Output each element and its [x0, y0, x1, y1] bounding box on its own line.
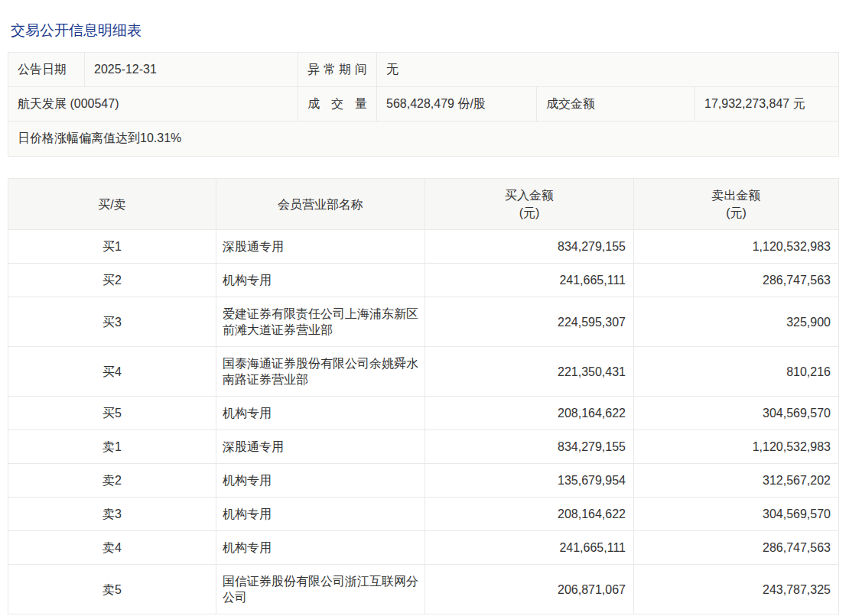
- cell-buy-amount: 241,665,111: [425, 531, 634, 565]
- table-row: 卖5国信证券股份有限公司浙江互联网分公司206,871,067243,787,3…: [8, 565, 839, 614]
- table-body: 买1深股通专用834,279,1551,120,532,983买2机构专用241…: [8, 230, 839, 614]
- turnover-label: 成交金额: [537, 87, 695, 121]
- cell-side: 买2: [8, 264, 216, 297]
- cell-sell-amount: 1,120,532,983: [634, 230, 839, 264]
- cell-side: 卖1: [8, 430, 216, 464]
- abnormal-period-value: 无: [377, 53, 838, 86]
- cell-side: 买3: [8, 297, 216, 347]
- cell-buy-amount: 135,679,954: [425, 464, 634, 498]
- cell-buy-amount: 206,871,067: [425, 565, 634, 614]
- table-row: 卖4机构专用241,665,111286,747,563: [8, 531, 839, 565]
- cell-buy-amount: 834,279,155: [425, 430, 634, 464]
- table-row: 卖1深股通专用834,279,1551,120,532,983: [8, 430, 839, 464]
- cell-sell-amount: 810,216: [634, 347, 839, 397]
- table-row: 买4国泰海通证券股份有限公司余姚舜水南路证券营业部221,350,431810,…: [8, 347, 839, 397]
- col-header-side: 买/卖: [8, 179, 216, 230]
- cell-buy-amount: 221,350,431: [425, 347, 634, 397]
- col-header-sell-line1: 卖出金额: [634, 186, 838, 204]
- cell-buy-amount: 241,665,111: [425, 264, 634, 297]
- page-title: 交易公开信息明细表: [11, 22, 839, 38]
- cell-side: 买4: [8, 347, 216, 397]
- volume-value: 568,428,479 份/股: [377, 87, 537, 121]
- deviation-note: 日价格涨幅偏离值达到10.31%: [8, 122, 838, 156]
- cell-side: 卖4: [8, 531, 216, 565]
- volume-label: 成交量: [298, 87, 377, 121]
- cell-sell-amount: 1,120,532,983: [634, 430, 839, 464]
- cell-branch-name: 深股通专用: [216, 230, 425, 264]
- trade-detail-table: 买/卖 会员营业部名称 买入金额 (元) 卖出金额 (元) 买1深股通专用834…: [8, 178, 839, 614]
- cell-buy-amount: 208,164,622: [425, 498, 634, 531]
- abnormal-period-label: 异常期间: [298, 53, 377, 86]
- summary-panel: 公告日期 2025-12-31 异常期间 无 航天发展 (000547) 成交量…: [8, 52, 839, 157]
- announce-date-label: 公告日期: [8, 53, 85, 86]
- announce-date-value: 2025-12-31: [85, 53, 298, 86]
- cell-side: 买5: [8, 397, 216, 430]
- cell-sell-amount: 243,787,325: [634, 565, 839, 614]
- cell-branch-name: 机构专用: [216, 264, 425, 297]
- cell-side: 卖2: [8, 464, 216, 498]
- turnover-value: 17,932,273,847 元: [695, 87, 838, 121]
- col-header-buy-line2: (元): [425, 204, 633, 222]
- table-header: 买/卖 会员营业部名称 买入金额 (元) 卖出金额 (元): [8, 179, 839, 230]
- cell-sell-amount: 286,747,563: [634, 264, 839, 297]
- col-header-branch: 会员营业部名称: [216, 179, 425, 230]
- cell-branch-name: 机构专用: [216, 531, 425, 565]
- col-header-buy-amount: 买入金额 (元): [425, 179, 634, 230]
- cell-branch-name: 机构专用: [216, 464, 425, 498]
- cell-sell-amount: 286,747,563: [634, 531, 839, 565]
- cell-side: 卖5: [8, 565, 216, 614]
- cell-branch-name: 爱建证券有限责任公司上海浦东新区前滩大道证券营业部: [216, 297, 425, 347]
- cell-branch-name: 机构专用: [216, 397, 425, 430]
- table-row: 买5机构专用208,164,622304,569,570: [8, 397, 839, 430]
- cell-side: 买1: [8, 230, 216, 264]
- cell-sell-amount: 304,569,570: [634, 498, 839, 531]
- cell-branch-name: 国泰海通证券股份有限公司余姚舜水南路证券营业部: [216, 347, 425, 397]
- stock-name: 航天发展 (000547): [8, 87, 298, 121]
- summary-row-stock: 航天发展 (000547) 成交量 568,428,479 份/股 成交金额 1…: [8, 87, 838, 122]
- cell-sell-amount: 304,569,570: [634, 397, 839, 430]
- summary-row-date: 公告日期 2025-12-31 异常期间 无: [8, 53, 838, 87]
- cell-buy-amount: 208,164,622: [425, 397, 634, 430]
- table-row: 卖3机构专用208,164,622304,569,570: [8, 498, 839, 531]
- col-header-sell-amount: 卖出金额 (元): [634, 179, 839, 230]
- table-row: 买1深股通专用834,279,1551,120,532,983: [8, 230, 839, 264]
- table-row: 卖2机构专用135,679,954312,567,202: [8, 464, 839, 498]
- cell-side: 卖3: [8, 498, 216, 531]
- cell-branch-name: 机构专用: [216, 498, 425, 531]
- cell-sell-amount: 312,567,202: [634, 464, 839, 498]
- cell-branch-name: 国信证券股份有限公司浙江互联网分公司: [216, 565, 425, 614]
- cell-buy-amount: 834,279,155: [425, 230, 634, 264]
- page: 交易公开信息明细表 公告日期 2025-12-31 异常期间 无 航天发展 (0…: [0, 22, 849, 614]
- cell-sell-amount: 325,900: [634, 297, 839, 347]
- table-row: 买2机构专用241,665,111286,747,563: [8, 264, 839, 297]
- cell-buy-amount: 224,595,307: [425, 297, 634, 347]
- table-row: 买3爱建证券有限责任公司上海浦东新区前滩大道证券营业部224,595,30732…: [8, 297, 839, 347]
- cell-branch-name: 深股通专用: [216, 430, 425, 464]
- col-header-sell-line2: (元): [634, 204, 838, 222]
- table-header-row: 买/卖 会员营业部名称 买入金额 (元) 卖出金额 (元): [8, 179, 839, 230]
- summary-row-deviation: 日价格涨幅偏离值达到10.31%: [8, 122, 838, 156]
- col-header-buy-line1: 买入金额: [425, 186, 633, 204]
